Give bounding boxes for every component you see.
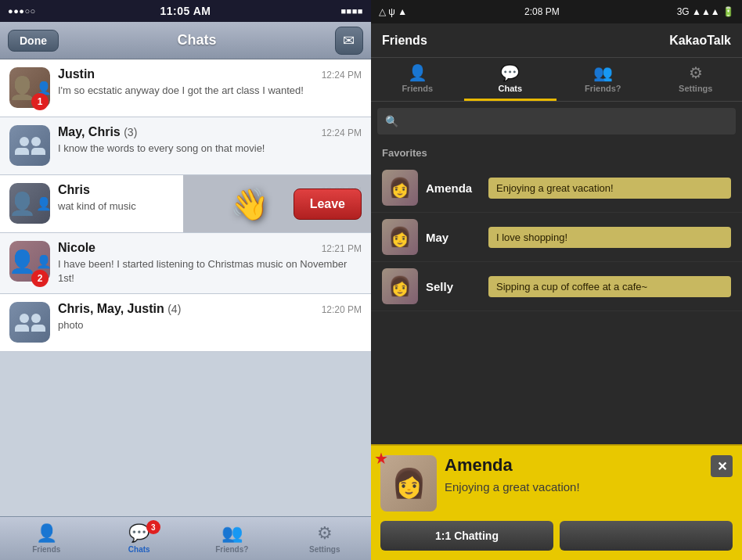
android-friends-label: Friends xyxy=(402,84,433,93)
chat-name-justin: Justin xyxy=(58,67,95,81)
tab-ios-settings[interactable]: ⚙ Settings xyxy=(297,523,352,554)
avatar-group xyxy=(9,302,50,343)
leave-overlay: 👋 Leave xyxy=(183,175,371,232)
android-settings-icon: ⚙ xyxy=(689,63,703,82)
chats-tab-label: Chats xyxy=(128,545,150,554)
chat-time-group: 12:20 PM xyxy=(322,304,362,315)
friend-item-selly[interactable]: 👩 Selly Sipping a cup of coffee at a caf… xyxy=(371,262,742,311)
chat-preview-justin: I'm so ecstatic anyway doe I got the art… xyxy=(58,84,362,98)
chat-name-group: Chris, May, Justin (4) xyxy=(58,302,181,316)
android-search-bar[interactable]: 🔍 xyxy=(377,108,736,135)
notif-content: Amenda Enjoying a great vacation! xyxy=(445,455,703,495)
avatar-may: 👩 xyxy=(382,219,418,255)
notification-popup: 👩 ★ Amenda Enjoying a great vacation! ✕ … xyxy=(371,444,742,560)
android-chats-label: Chats xyxy=(498,84,522,93)
android-tab-chats[interactable]: 💬 Chats xyxy=(464,58,557,101)
badge-justin: 1 xyxy=(31,93,49,110)
android-friends-title: Friends xyxy=(382,34,427,48)
settings-tab-icon: ⚙ xyxy=(317,523,333,544)
chat-list: 👤 Justin 12:24 PM I'm so ecstatic anyway… xyxy=(0,59,371,516)
settings-tab-label: Settings xyxy=(309,545,340,554)
chat-item-may-chris[interactable]: May, Chris (3) 12:24 PM I know the words… xyxy=(0,117,371,175)
friend-name-amenda: Amenda xyxy=(426,181,481,195)
android-chats-icon: 💬 xyxy=(500,63,520,82)
badge-nicole: 2 xyxy=(31,270,49,287)
signal-bars: ●●●○○ xyxy=(8,6,36,16)
android-friends2-icon: 👥 xyxy=(593,63,613,82)
android-status-right: 3G ▲▲▲ 🔋 xyxy=(677,6,734,17)
android-friends2-label: Friends? xyxy=(585,84,621,93)
favorites-header: Favorites xyxy=(371,141,742,163)
chat-content-group: Chris, May, Justin (4) 12:20 PM photo xyxy=(58,302,362,332)
android-tab-settings[interactable]: ⚙ Settings xyxy=(650,58,743,101)
friend-item-amenda[interactable]: 👩 Amenda Enjoying a great vacation! xyxy=(371,163,742,213)
notif-name: Amenda xyxy=(445,455,703,476)
chat-item-group[interactable]: Chris, May, Justin (4) 12:20 PM photo xyxy=(0,294,371,352)
chat-time-nicole: 12:21 PM xyxy=(322,243,362,254)
friends2-tab-icon: 👥 xyxy=(222,523,243,544)
android-time: 2:08 PM xyxy=(524,6,560,17)
chat-preview-may-chris: I know the words to every song on that m… xyxy=(58,142,362,156)
chat-name-nicole: Nicole xyxy=(58,241,95,255)
chat-name-may-chris: May, Chris (3) xyxy=(58,125,137,139)
done-button[interactable]: Done xyxy=(8,30,59,52)
chat-preview-group: photo xyxy=(58,318,362,332)
notif-secondary-button[interactable] xyxy=(560,521,733,551)
battery-icon: ■■■■ xyxy=(340,6,363,16)
chat-item-chris[interactable]: 👤 Chris 12:22 PM wat kind of music 👋 Lea… xyxy=(0,175,371,233)
ios-time: 11:05 AM xyxy=(160,5,211,17)
android-status-left: △ ψ ▲ xyxy=(379,6,407,17)
android-settings-label: Settings xyxy=(679,84,712,93)
friend-name-selly: Selly xyxy=(426,280,481,293)
notif-close-button[interactable]: ✕ xyxy=(711,455,733,477)
compose-button[interactable]: ✉ xyxy=(335,27,363,55)
friend-status-amenda: Enjoying a great vacation! xyxy=(488,178,731,199)
chat-header-justin: Justin 12:24 PM xyxy=(58,67,362,81)
chat-name-chris: Chris xyxy=(58,183,90,197)
chat-header-nicole: Nicole 12:21 PM xyxy=(58,241,362,255)
chat-item-justin[interactable]: 👤 Justin 12:24 PM I'm so ecstatic anyway… xyxy=(0,59,371,117)
android-tab-friends[interactable]: 👤 Friends xyxy=(371,58,464,101)
ios-status-bar: ●●●○○ 11:05 AM ■■■■ xyxy=(0,0,371,22)
chat-content-justin: Justin 12:24 PM I'm so ecstatic anyway d… xyxy=(58,67,362,98)
friends2-tab-label: Friends? xyxy=(215,545,248,554)
chat-preview-nicole: I have been! I started listening to Chri… xyxy=(58,257,362,285)
friends-tab-icon: 👤 xyxy=(36,523,57,544)
android-panel: △ ψ ▲ 2:08 PM 3G ▲▲▲ 🔋 Friends KakaoTalk… xyxy=(371,0,742,560)
swipe-hand-icon: 👋 xyxy=(230,185,269,222)
ios-tab-bar: 👤 Friends 💬 Chats 3 👥 Friends? ⚙ Setting… xyxy=(0,516,371,560)
ios-panel: ●●●○○ 11:05 AM ■■■■ Done Chats ✉ 👤 Justi… xyxy=(0,0,371,560)
chats-tab-badge: 3 xyxy=(146,520,160,534)
tab-ios-friends2[interactable]: 👥 Friends? xyxy=(204,523,259,554)
chat-content-nicole: Nicole 12:21 PM I have been! I started l… xyxy=(58,241,362,285)
notif-star-icon: ★ xyxy=(374,449,388,468)
chats-title: Chats xyxy=(177,32,216,48)
android-app-name: KakaoTalk xyxy=(669,34,731,48)
friend-status-selly: Sipping a cup of coffee at a cafe~ xyxy=(488,276,731,297)
chat-content-may-chris: May, Chris (3) 12:24 PM I know the words… xyxy=(58,125,362,156)
notif-chat-button[interactable]: 1:1 Chatting xyxy=(380,521,553,551)
friends-tab-label: Friends xyxy=(32,545,60,554)
avatar-selly: 👩 xyxy=(382,268,418,304)
chat-time-justin: 12:24 PM xyxy=(322,70,362,81)
notif-buttons: 1:1 Chatting xyxy=(380,521,733,551)
friend-item-may[interactable]: 👩 May I love shopping! xyxy=(371,213,742,262)
android-friends-icon: 👤 xyxy=(408,63,427,82)
notif-message: Enjoying a great vacation! xyxy=(445,479,703,495)
chat-item-nicole[interactable]: 👤 Nicole 12:21 PM I have been! I started… xyxy=(0,233,371,294)
search-icon: 🔍 xyxy=(385,115,398,127)
chat-time-may-chris: 12:24 PM xyxy=(322,127,362,138)
search-input[interactable] xyxy=(405,115,728,127)
leave-button[interactable]: Leave xyxy=(294,188,362,220)
ios-nav-bar: Done Chats ✉ xyxy=(0,22,371,59)
tab-ios-chats[interactable]: 💬 Chats 3 xyxy=(112,523,167,554)
notif-avatar: 👩 ★ xyxy=(380,455,437,512)
friend-name-may: May xyxy=(426,231,481,244)
avatar-amenda: 👩 xyxy=(382,170,418,206)
tab-ios-friends[interactable]: 👤 Friends xyxy=(19,523,74,554)
friend-status-may: I love shopping! xyxy=(488,227,731,248)
notif-top: 👩 ★ Amenda Enjoying a great vacation! ✕ xyxy=(380,455,733,512)
android-action-bar: Friends KakaoTalk xyxy=(371,23,742,58)
chat-header-may-chris: May, Chris (3) 12:24 PM xyxy=(58,125,362,139)
android-tab-friends2[interactable]: 👥 Friends? xyxy=(556,58,650,101)
